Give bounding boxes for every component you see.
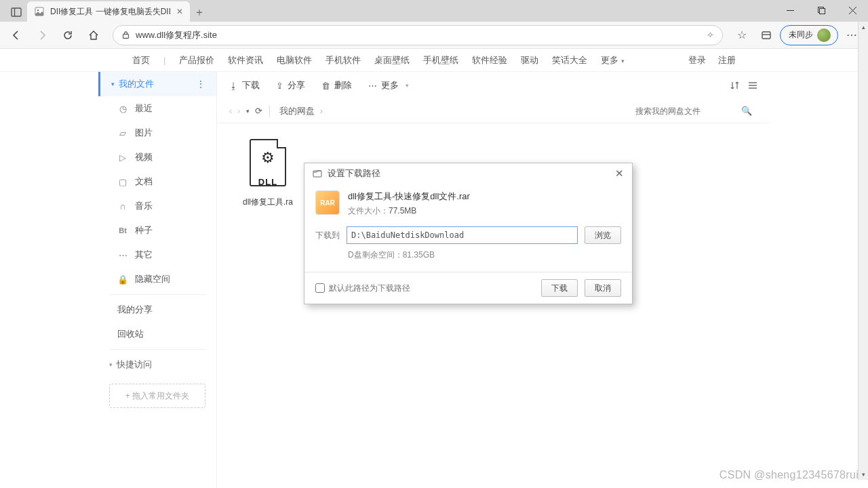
share-icon: ⇪	[276, 81, 283, 91]
nav-item-price[interactable]: 产品报价	[179, 54, 214, 66]
nav-item-news[interactable]: 软件资讯	[228, 54, 263, 66]
nav-item-driver[interactable]: 驱动	[521, 54, 538, 66]
breadcrumb-bar: ‹ › ▾ ⟳ 我的网盘 › 🔍	[217, 99, 770, 123]
scroll-down-icon[interactable]: ▾	[859, 469, 868, 480]
sidebar-item-music[interactable]: ∩音乐	[98, 194, 216, 218]
search-icon[interactable]: 🔍	[741, 106, 752, 116]
toolbar-more[interactable]: ⋯更多	[368, 79, 399, 92]
file-thumbnail-icon: ⚙ DLL	[246, 137, 290, 191]
nav-item-pc[interactable]: 电脑软件	[277, 54, 312, 66]
dialog-close-icon[interactable]: ✕	[615, 167, 624, 180]
nav-item-wallpaper[interactable]: 桌面壁纸	[374, 54, 410, 66]
watermark: CSDN @sheng12345678rui	[719, 469, 859, 481]
toolbar-download[interactable]: ⭳下载	[229, 79, 260, 92]
favorites-icon[interactable]: ☆	[731, 24, 753, 46]
register-link[interactable]: 注册	[718, 54, 736, 66]
dest-path-input[interactable]	[347, 226, 578, 244]
play-icon: ▷	[117, 152, 128, 163]
scroll-up-icon[interactable]: ▴	[859, 22, 868, 33]
site-info-icon[interactable]	[121, 30, 130, 39]
sidebar-kebab-icon[interactable]: ⋮	[196, 79, 205, 89]
url-text: www.dll修复程序.site	[136, 29, 217, 41]
file-search[interactable]: 🔍	[635, 106, 757, 116]
default-path-checkbox[interactable]: 默认此路径为下载路径	[315, 283, 410, 294]
add-favorite-icon[interactable]: ✧	[707, 30, 714, 40]
sidebar-item-share[interactable]: 我的分享	[98, 298, 216, 322]
more-icon: ⋯	[368, 81, 377, 91]
dialog-file-name: dll修复工具-快速修复dll文件.rar	[348, 190, 470, 203]
chevron-down-icon: ▾	[406, 82, 409, 89]
refresh-button[interactable]	[57, 24, 79, 46]
bc-dropdown-icon[interactable]: ▾	[246, 108, 250, 115]
sidebar-item-recycle[interactable]: 回收站	[98, 322, 216, 346]
nav-item-more[interactable]: 更多 ▾	[601, 54, 625, 66]
url-field[interactable]: www.dll修复程序.site ✧	[113, 25, 723, 45]
dest-label: 下载到	[315, 230, 340, 241]
sidebar-myfiles-header[interactable]: ▾ 我的文件 ⋮	[98, 72, 216, 96]
file-name-label: dll修复工具.ra	[231, 197, 305, 208]
close-button[interactable]	[837, 0, 868, 20]
page-scrollbar[interactable]: ▴ ▾	[858, 22, 868, 480]
bc-fwd-icon[interactable]: ›	[237, 106, 240, 116]
home-button[interactable]	[83, 24, 104, 46]
collapse-icon: ▾	[111, 81, 115, 87]
lock-icon: 🔒	[117, 274, 128, 285]
free-space-label: D盘剩余空间：81.35GB	[315, 249, 621, 261]
download-icon: ⭳	[229, 81, 238, 91]
nav-item-exp[interactable]: 软件经验	[472, 54, 507, 66]
dialog-file-icon: RAR	[315, 190, 340, 215]
tab-close-icon[interactable]: ✕	[176, 7, 183, 16]
doc-icon: ▢	[117, 177, 128, 187]
browse-button[interactable]: 浏览	[585, 226, 621, 244]
sidebar-quick-access-header[interactable]: ▾快捷访问	[98, 352, 216, 377]
minimize-button[interactable]	[774, 0, 806, 20]
sidebar-item-other[interactable]: ⋯其它	[98, 243, 216, 267]
cancel-button[interactable]: 取消	[585, 279, 621, 297]
file-item[interactable]: ⚙ DLL dll修复工具.ra	[231, 137, 305, 208]
tab-actions-icon[interactable]	[5, 3, 27, 22]
nav-item-mobile-wallpaper[interactable]: 手机壁纸	[423, 54, 458, 66]
toolbar-share[interactable]: ⇪分享	[276, 79, 305, 92]
svg-rect-0	[12, 8, 21, 16]
search-input[interactable]	[635, 106, 737, 116]
nav-item-home[interactable]: 首页	[132, 54, 150, 66]
profile-button[interactable]: 未同步	[780, 25, 838, 45]
new-tab-button[interactable]: ＋	[190, 3, 209, 22]
headphone-icon: ∩	[117, 201, 128, 211]
sidebar-item-images[interactable]: ▱图片	[98, 121, 216, 145]
sidebar-item-docs[interactable]: ▢文档	[98, 169, 216, 194]
download-button[interactable]: 下载	[541, 279, 578, 297]
dialog-icon	[313, 169, 322, 178]
window-titlebar: DII修复工具 一键修复电脑丢失DII ✕ ＋	[0, 0, 868, 22]
sidebar-drop-zone[interactable]: + 拖入常用文件夹	[109, 384, 205, 408]
bc-refresh-icon[interactable]: ⟳	[255, 106, 262, 116]
collections-icon[interactable]	[755, 24, 777, 46]
login-link[interactable]: 登录	[688, 54, 706, 66]
toolbar-delete[interactable]: 🗑删除	[321, 79, 352, 92]
breadcrumb-root[interactable]: 我的网盘	[279, 105, 315, 117]
site-nav: 首页 | 产品报价 软件资讯 电脑软件 手机软件 桌面壁纸 手机壁纸 软件经验 …	[0, 49, 868, 72]
default-path-checkbox-input[interactable]	[315, 283, 325, 293]
tab-favicon-icon	[34, 6, 45, 17]
nav-item-jokes[interactable]: 笑话大全	[552, 54, 587, 66]
list-view-icon[interactable]	[748, 81, 757, 90]
image-icon: ▱	[117, 128, 128, 138]
file-toolbar: ⭳下载 ⇪分享 🗑删除 ⋯更多 ▾	[217, 72, 770, 99]
address-bar: www.dll修复程序.site ✧ ☆ 未同步 ⋯	[0, 22, 868, 49]
browser-tab[interactable]: DII修复工具 一键修复电脑丢失DII ✕	[27, 1, 190, 22]
dialog-titlebar: 设置下载路径 ✕	[304, 163, 632, 184]
sidebar-item-video[interactable]: ▷视频	[98, 145, 216, 169]
svg-rect-6	[819, 8, 825, 14]
profile-avatar-icon	[817, 28, 831, 42]
sidebar-item-torrent[interactable]: Bt种子	[98, 218, 216, 243]
bc-back-icon[interactable]: ‹	[229, 106, 232, 116]
maximize-button[interactable]	[806, 0, 837, 20]
sort-icon[interactable]	[730, 81, 741, 90]
tab-strip: DII修复工具 一键修复电脑丢失DII ✕ ＋	[0, 0, 209, 22]
back-button[interactable]	[5, 24, 27, 46]
sidebar-item-hidden[interactable]: 🔒隐藏空间	[98, 267, 216, 291]
sidebar-item-recent[interactable]: ◷最近	[98, 96, 216, 121]
forward-button[interactable]	[31, 24, 53, 46]
window-controls	[774, 0, 868, 20]
nav-item-mobile[interactable]: 手机软件	[326, 54, 361, 66]
